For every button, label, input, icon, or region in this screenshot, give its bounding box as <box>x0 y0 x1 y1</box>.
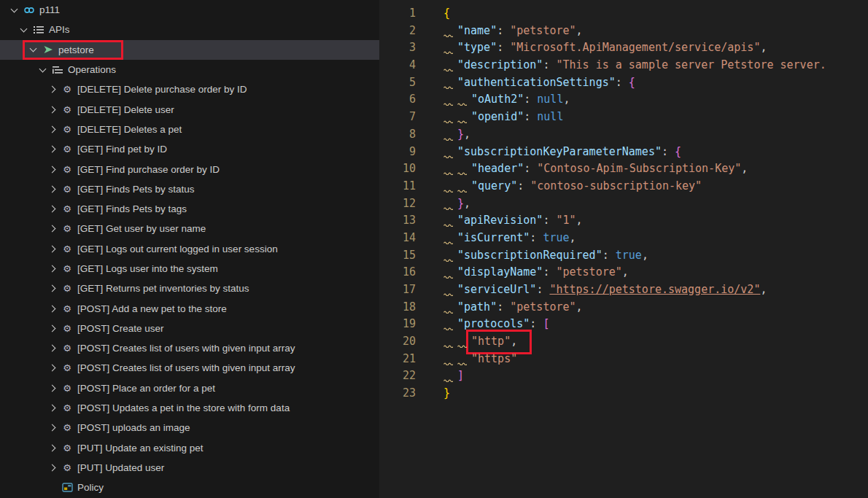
editor-lines: 1{2"name": "petstore",3"type": "Microsof… <box>379 5 868 402</box>
chevron-right-icon[interactable] <box>48 225 55 233</box>
token-s: "petstore" <box>510 24 576 37</box>
chevron-right-icon[interactable] <box>48 146 55 153</box>
chevron-right-icon[interactable] <box>48 245 55 252</box>
operation-gear-icon: ⚙ <box>59 264 75 273</box>
code-line[interactable]: 2"name": "petstore", <box>379 23 868 40</box>
tree-item-delete-delete-user[interactable]: ⚙[DELETE] Delete user <box>0 99 379 119</box>
code-line[interactable]: 5"authenticationSettings": { <box>379 74 868 92</box>
chevron-down-icon[interactable] <box>10 5 18 12</box>
tree-item-label: [POST] uploads an image <box>77 422 190 433</box>
chevron-right-icon[interactable] <box>48 345 55 352</box>
tree-item-label: [POST] Add a new pet to the store <box>77 303 227 314</box>
tree-item-post-add-a-new-pet-to-the-store[interactable]: ⚙[POST] Add a new pet to the store <box>0 298 379 318</box>
tree-item-get-logs-out-current-logged-in-user-sess[interactable]: ⚙[GET] Logs out current logged in user s… <box>0 239 379 259</box>
code-line[interactable]: 7"openid": null <box>379 109 868 126</box>
chevron-right-icon[interactable] <box>48 305 55 312</box>
tree-item-post-uploads-an-image[interactable]: ⚙[POST] uploads an image <box>0 418 379 437</box>
code-line[interactable]: 9"subscriptionKeyParameterNames": { <box>379 144 868 161</box>
chevron-down-icon[interactable] <box>20 25 27 32</box>
chevron-right-icon[interactable] <box>48 206 55 213</box>
chevron-right-icon[interactable] <box>48 424 55 432</box>
json-editor[interactable]: 1{2"name": "petstore",3"type": "Microsof… <box>379 0 868 498</box>
tree-item-get-find-pet-by-id[interactable]: ⚙[GET] Find pet by ID <box>0 139 379 159</box>
tree-item-get-get-user-by-user-name[interactable]: ⚙[GET] Get user by user name <box>0 219 379 238</box>
operation-gear-icon: ⚙ <box>59 165 75 174</box>
api-arrow-icon <box>40 44 56 55</box>
code-line[interactable]: 10"header": "Contoso-Apim-Subscription-K… <box>379 160 868 178</box>
operation-gear-icon: ⚙ <box>59 324 75 333</box>
tree-item-get-logs-user-into-the-system[interactable]: ⚙[GET] Logs user into the system <box>0 259 379 279</box>
chevron-right-icon[interactable] <box>48 464 55 472</box>
chevron-right-icon[interactable] <box>48 324 55 332</box>
tree-item-operations[interactable]: Operations <box>0 60 379 79</box>
code-line-content: "isCurrent": true, <box>443 230 576 247</box>
tree-item-apis[interactable]: APIs <box>0 20 379 39</box>
tree-item-post-place-an-order-for-a-pet[interactable]: ⚙[POST] Place an order for a pet <box>0 378 379 398</box>
tree-item-post-updates-a-pet-in-the-store-with-for[interactable]: ⚙[POST] Updates a pet in the store with … <box>0 398 379 418</box>
code-line[interactable]: 19"protocols": [ <box>379 316 868 333</box>
code-line[interactable]: 21"https" <box>379 351 868 368</box>
chevron-right-icon[interactable] <box>48 106 55 113</box>
tree-item-put-updated-user[interactable]: ⚙[PUT] Updated user <box>0 458 379 478</box>
code-line[interactable]: 13"apiRevision": "1", <box>379 212 868 230</box>
tree-item-label: [GET] Get user by user name <box>77 223 206 234</box>
code-line[interactable]: 18"path": "petstore", <box>379 299 868 316</box>
chevron-down-icon[interactable] <box>39 65 46 72</box>
line-number: 22 <box>379 367 416 385</box>
tree-item-label: Policy <box>77 482 104 493</box>
chevron-right-icon[interactable] <box>48 405 55 412</box>
code-line[interactable]: 1{ <box>379 5 868 23</box>
code-line[interactable]: 12}, <box>379 195 868 213</box>
code-line[interactable]: 3"type": "Microsoft.ApiManagement/servic… <box>379 39 868 57</box>
chevron-right-icon[interactable] <box>48 285 55 292</box>
chevron-right-icon[interactable] <box>48 265 55 273</box>
chevron-right-icon[interactable] <box>48 384 55 392</box>
tree-item-delete-delete-purchase-order-by-id[interactable]: ⚙[DELETE] Delete purchase order by ID <box>0 79 379 99</box>
chevron-right-icon[interactable] <box>48 166 55 173</box>
tree-item-post-creates-list-of-users-with-given-in[interactable]: ⚙[POST] Creates list of users with given… <box>0 338 379 358</box>
code-line[interactable]: 20"http", <box>379 333 868 351</box>
code-line[interactable]: 6"oAuth2": null, <box>379 91 868 109</box>
code-line[interactable]: 16"displayName": "petstore", <box>379 264 868 281</box>
tree-item-policy[interactable]: Policy <box>0 478 379 497</box>
tree-item-get-finds-pets-by-tags[interactable]: ⚙[GET] Finds Pets by tags <box>0 199 379 219</box>
chevron-right-icon[interactable] <box>48 86 55 93</box>
token-k: "name" <box>457 24 497 37</box>
tree-item-post-create-user[interactable]: ⚙[POST] Create user <box>0 319 379 338</box>
token-k: "query" <box>471 179 517 192</box>
tree-item-get-find-purchase-order-by-id[interactable]: ⚙[GET] Find purchase order by ID <box>0 159 379 179</box>
token-p: , <box>576 300 583 314</box>
token-p: , <box>741 162 748 175</box>
tree-item-label: [GET] Finds Pets by tags <box>77 203 187 214</box>
tree-item-get-finds-pets-by-status[interactable]: ⚙[GET] Finds Pets by status <box>0 179 379 199</box>
code-line[interactable]: 23} <box>379 385 868 402</box>
operation-gear-icon: ⚙ <box>59 244 75 254</box>
warning-squiggle-icon <box>443 370 457 381</box>
code-line-content: "query": "contoso-subscription-key" <box>443 178 702 195</box>
tree-item-get-returns-pet-inventories-by-status[interactable]: ⚙[GET] Returns pet inventories by status <box>0 279 379 298</box>
tree-item-p111[interactable]: p111 <box>0 0 379 20</box>
code-line[interactable]: 14"isCurrent": true, <box>379 230 868 247</box>
line-number: 1 <box>379 5 416 23</box>
tree-item-post-creates-list-of-users-with-given-in[interactable]: ⚙[POST] Creates list of users with given… <box>0 358 379 378</box>
line-number: 4 <box>379 57 416 74</box>
tree-item-label: [POST] Creates list of users with given … <box>77 343 295 354</box>
code-line[interactable]: 4"description": "This is a sample server… <box>379 57 868 74</box>
chevron-right-icon[interactable] <box>48 185 55 192</box>
chevron-right-icon[interactable] <box>48 444 55 451</box>
code-line[interactable]: 8}, <box>379 126 868 144</box>
operation-gear-icon: ⚙ <box>59 184 75 194</box>
code-line[interactable]: 17"serviceUrl": "https://petstore.swagge… <box>379 281 868 299</box>
tree-item-petstore[interactable]: petstore <box>0 40 379 60</box>
warning-squiggle-icon <box>457 354 471 365</box>
chevron-down-icon[interactable] <box>29 45 36 52</box>
warning-squiggle-icon <box>443 77 457 88</box>
code-line[interactable]: 22] <box>379 367 868 385</box>
tree-item-put-update-an-existing-pet[interactable]: ⚙[PUT] Update an existing pet <box>0 438 379 458</box>
chevron-right-icon[interactable] <box>48 125 55 133</box>
token-kw: true <box>543 231 569 244</box>
chevron-right-icon[interactable] <box>48 365 55 372</box>
code-line[interactable]: 15"subscriptionRequired": true, <box>379 247 868 265</box>
code-line[interactable]: 11"query": "contoso-subscription-key" <box>379 178 868 195</box>
tree-item-delete-deletes-a-pet[interactable]: ⚙[DELETE] Deletes a pet <box>0 120 379 139</box>
